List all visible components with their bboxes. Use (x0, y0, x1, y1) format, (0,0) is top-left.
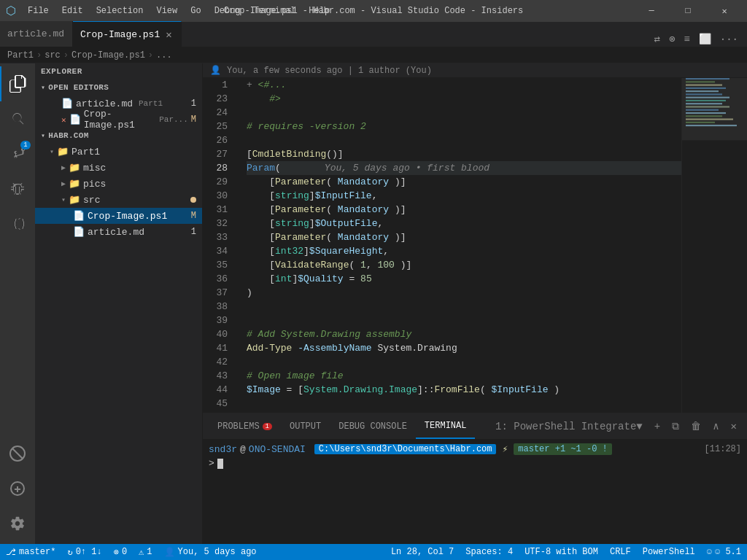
feedback-icon: ☺ (707, 547, 712, 557)
status-line-ending[interactable]: CRLF (604, 547, 637, 557)
habr-chevron-icon: ▾ (41, 131, 45, 140)
menu-edit[interactable]: Edit (56, 4, 89, 18)
file-ps1-icon: 📄 (73, 210, 85, 222)
breadcrumb-src[interactable]: src (44, 50, 61, 61)
tree-file-article[interactable]: 📄 article.md 1 (35, 224, 202, 240)
split-editor-icon[interactable]: ⇄ (651, 31, 663, 47)
status-blame[interactable]: 👤 You, 5 days ago (158, 547, 263, 558)
code-line-1: + <#... (247, 78, 681, 92)
tab-close-icon[interactable]: ✕ (164, 28, 173, 41)
activity-debug[interactable] (0, 171, 35, 206)
terminal-path: C:\Users\snd3r\Documents\Habr.com (314, 444, 497, 454)
line-num-31: 31 (203, 203, 233, 217)
status-encoding[interactable]: UTF-8 with BOM (519, 547, 604, 557)
tree-folder-src[interactable]: ▾ 📁 src (35, 192, 202, 208)
status-encoding-label: UTF-8 with BOM (525, 547, 598, 557)
status-position[interactable]: Ln 28, Col 7 (385, 547, 460, 557)
tab-problems[interactable]: PROBLEMS 1 (209, 413, 281, 439)
activity-search[interactable] (0, 101, 35, 136)
activity-remote[interactable] (0, 471, 35, 506)
activity-explorer[interactable] (0, 66, 35, 101)
code-line-36: [int]$Quality = 85 (247, 272, 681, 286)
activity-settings[interactable] (0, 506, 35, 541)
breadcrumb-part1[interactable]: Part1 (7, 50, 34, 61)
breadcrumb-icon[interactable]: ≡ (681, 32, 692, 47)
terminal-at: @ (240, 444, 246, 455)
tree-file-crop-label: Crop-Image.ps1 (88, 211, 167, 222)
status-sync-label: 0↑ 1↓ (76, 547, 102, 557)
code-line-29: [Parameter( Mandatory )] (247, 175, 681, 189)
sidebar: EXPLORER ▾ OPEN EDITORS 📄 article.md Par… (35, 63, 203, 544)
tab-bar: article.md Crop-Image.ps1 ✕ ⇄ ⊗ ≡ ⬜ ··· (0, 22, 747, 47)
add-terminal-icon[interactable]: + (650, 419, 665, 434)
open-editor-article-section: Part1 (139, 99, 163, 108)
minimize-button[interactable]: ─ (635, 0, 668, 22)
code-line-33: [Parameter( Mandatory )] (247, 230, 681, 244)
tab-output[interactable]: OUTPUT (281, 413, 330, 439)
activity-source-control[interactable]: 1 (0, 136, 35, 171)
tree-folder-misc[interactable]: ▶ 📁 misc (35, 160, 202, 176)
status-feedback[interactable]: ☺ ☺ 5.1 (701, 547, 747, 557)
status-errors[interactable]: ⊗ 0 (108, 547, 133, 558)
tree-folder-part1[interactable]: ▾ 📁 Part1 (35, 144, 202, 160)
menu-file[interactable]: File (22, 4, 55, 18)
close-icon[interactable]: ✕ (61, 115, 66, 125)
status-feedback-label: ☺ 5.1 (715, 547, 741, 557)
folder-src-arrow-icon: ▾ (61, 195, 66, 204)
tab-terminal[interactable]: TERMINAL (416, 413, 476, 439)
line-num-30: 30 (203, 189, 233, 203)
maximize-button[interactable]: □ (671, 0, 705, 22)
breadcrumb-symbol[interactable]: ... (156, 50, 172, 61)
menu-selection[interactable]: Selection (90, 4, 150, 18)
open-editor-article-badge: 1 (191, 98, 196, 109)
close-button[interactable]: ✕ (708, 0, 741, 22)
line-num-25: 25 (203, 120, 233, 133)
folder-pics-label: pics (83, 179, 106, 190)
breadcrumb-file[interactable]: Crop-Image.ps1 (71, 50, 145, 61)
maximize-panel-icon[interactable]: ∧ (708, 419, 723, 434)
activity-extensions[interactable] (0, 206, 35, 241)
close-editors-icon[interactable]: ⊗ (666, 31, 678, 47)
status-branch[interactable]: ⎇ master* (0, 547, 61, 558)
line-num-23: 23 (203, 92, 233, 106)
split-terminal-icon[interactable]: ⧉ (667, 419, 684, 434)
terminal-git-status: master +1 ~1 -0 ! (514, 443, 611, 455)
code-content[interactable]: + <#... #> # requires -version 2 [Cm (239, 78, 681, 413)
activity-no-folder[interactable] (0, 436, 35, 471)
code-editor[interactable]: 1 23 24 25 26 27 28 29 30 31 32 33 34 35… (203, 78, 747, 413)
menu-view[interactable]: View (150, 4, 183, 18)
terminal-panel: PROBLEMS 1 OUTPUT DEBUG CONSOLE TERMINAL… (203, 413, 747, 544)
split-right-icon[interactable]: ⬜ (696, 31, 714, 47)
activity-bar: 1 (0, 63, 35, 544)
git-blame-text: You, a few seconds ago | 1 author (You) (227, 66, 432, 76)
open-editors-header[interactable]: ▾ OPEN EDITORS (35, 79, 202, 96)
status-warnings[interactable]: ⚠ 1 (133, 547, 158, 558)
more-icon[interactable]: ··· (717, 32, 741, 47)
line-num-39: 39 (203, 314, 233, 327)
tab-article-md[interactable]: article.md (0, 21, 73, 47)
folder-part1-label: Part1 (71, 147, 100, 158)
tab-crop-image-ps1[interactable]: Crop-Image.ps1 ✕ (73, 21, 182, 47)
terminal-username: snd3r (209, 444, 237, 455)
tab-problems-label: PROBLEMS (217, 421, 260, 432)
line-num-34: 34 (203, 244, 233, 258)
open-editor-crop-section: Par... (159, 115, 188, 124)
status-spaces[interactable]: Spaces: 4 (460, 547, 519, 557)
status-left: ⎇ master* ↻ 0↑ 1↓ ⊗ 0 ⚠ 1 👤 You, 5 days … (0, 547, 263, 558)
tree-file-article-badge: 1 (191, 227, 196, 237)
menu-go[interactable]: Go (185, 4, 206, 18)
blame-annotation: You, 5 days ago • first blood (325, 161, 489, 175)
tree-folder-pics[interactable]: ▶ 📁 pics (35, 176, 202, 192)
terminal-selector[interactable]: 1: PowerShell Integrate▼ (491, 419, 647, 434)
kill-terminal-icon[interactable]: 🗑 (686, 419, 705, 434)
panel-actions: 1: PowerShell Integrate▼ + ⧉ 🗑 ∧ ✕ (491, 419, 741, 434)
status-language[interactable]: PowerShell (637, 547, 701, 557)
tree-file-crop[interactable]: 📄 Crop-Image.ps1 M (35, 208, 202, 224)
open-editor-article-label: article.md (76, 98, 133, 109)
open-editor-crop[interactable]: ✕ 📄 Crop-Image.ps1 Par... M (35, 112, 202, 128)
status-sync[interactable]: ↻ 0↑ 1↓ (61, 547, 107, 558)
line-num-40: 40 (203, 327, 233, 341)
close-panel-icon[interactable]: ✕ (727, 419, 741, 434)
tab-debug-console[interactable]: DEBUG CONSOLE (330, 413, 416, 439)
terminal-content[interactable]: snd3r @ ONO-SENDAI C:\Users\snd3r\Docume… (203, 439, 747, 544)
